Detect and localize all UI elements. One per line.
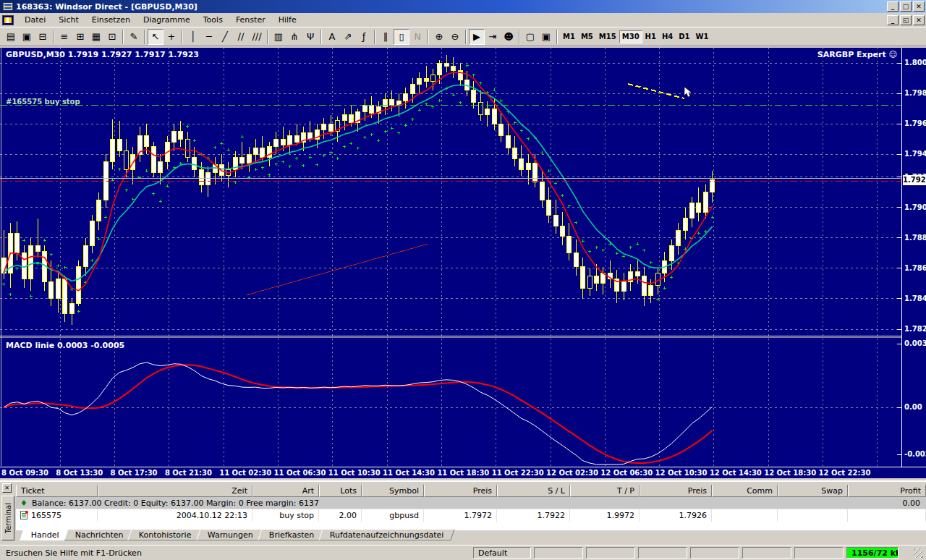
terminal-side-tab[interactable]: Terminal — [1, 496, 14, 540]
order-cell: 2004.10.12 22:13 — [98, 509, 252, 522]
time-axis-label: 11 Oct 02:30 — [219, 469, 271, 477]
price-chart-canvas[interactable] — [0, 48, 901, 467]
chart-shift-button[interactable]: ⇥ — [485, 29, 501, 45]
maximize-button[interactable]: □ — [900, 1, 912, 12]
resize-grip[interactable] — [914, 548, 923, 558]
child-minimize-button[interactable]: _ — [887, 15, 899, 25]
crosshair-button[interactable]: + — [163, 29, 179, 45]
column-header-ticket[interactable]: Ticket — [16, 485, 98, 497]
terminal-tab-warnungen[interactable]: Warnungen — [196, 529, 264, 540]
menu-fenster[interactable]: Fenster — [229, 14, 272, 26]
timeframe-m5-button[interactable]: M5 — [578, 30, 596, 43]
timeframe-h4-button[interactable]: H4 — [659, 30, 676, 43]
status-cell — [794, 547, 844, 559]
navigator-button[interactable]: ▦ — [88, 29, 104, 45]
fibonacci-button[interactable]: ∕∕∕ — [249, 29, 265, 45]
terminal-tab-kontohistorie[interactable]: Kontohistorie — [128, 529, 203, 540]
menu-sicht[interactable]: Sicht — [52, 14, 85, 26]
time-axis-label: 11 Oct 10:30 — [328, 469, 381, 477]
zoom-in-button[interactable]: ⊕ — [431, 29, 447, 45]
column-header-preis[interactable]: Preis — [640, 485, 712, 497]
time-axis-label: 11 Oct 06:30 — [274, 469, 326, 477]
menu-einsetzen[interactable]: Einsetzen — [85, 14, 137, 26]
line-chart-button[interactable]: Ν — [409, 29, 425, 45]
time-axis-label: 12 Oct 10:30 — [655, 469, 708, 477]
column-header-sl[interactable]: S / L — [497, 485, 570, 497]
text-label-button[interactable]: A — [324, 29, 340, 45]
order-cell: 1.9972 — [570, 509, 640, 522]
menu-tools[interactable]: Tools — [197, 14, 229, 26]
balance-profit: 0.00 — [903, 499, 921, 508]
candlestick-chart-button[interactable]: ▯ — [394, 29, 409, 45]
timeframe-m15-button[interactable]: M15 — [596, 30, 619, 43]
time-axis-label: 11 Oct 14:30 — [383, 469, 435, 477]
price-axis-label: 1.7980 — [904, 89, 926, 97]
pitchfork-button[interactable]: ⋔ — [286, 29, 302, 45]
child-restore-button[interactable]: ◱ — [900, 15, 912, 25]
timeframe-h1-button[interactable]: H1 — [642, 30, 659, 43]
cycle-lines-button[interactable]: Ψ — [302, 29, 318, 45]
arrow-tools-button[interactable]: ⇗ — [340, 29, 356, 45]
timeframe-m1-button[interactable]: M1 — [560, 30, 578, 43]
fibo-grid-button[interactable]: ▥ — [271, 29, 286, 45]
menu-hilfe[interactable]: Hilfe — [272, 14, 303, 26]
new-chart-button[interactable]: ▤ — [3, 29, 19, 45]
new-order-button[interactable]: ✎ — [126, 29, 142, 45]
data-window-button[interactable]: ⊞ — [72, 29, 88, 45]
price-axis-label: 1.7865 — [904, 264, 926, 272]
trendline-button[interactable]: ╱ — [217, 29, 233, 45]
column-header-tp[interactable]: T / P — [570, 485, 640, 497]
timeframe-d1-button[interactable]: D1 — [676, 30, 692, 43]
minimize-button[interactable]: _ — [887, 1, 899, 12]
chart-area[interactable]: GBPUSD,M30 1.7919 1.7927 1.7917 1.7923 S… — [0, 48, 926, 478]
balance-row[interactable]: ♦Balance: 6137.00 Credit: 0 Equity: 6137… — [16, 497, 926, 509]
status-cell — [690, 547, 739, 559]
terminal-tab-rufdatenaufzeichnungsdatei[interactable]: Rufdatenaufzeichnungsdatei — [319, 529, 456, 540]
expert-advisor-button[interactable]: ☻ — [501, 29, 517, 45]
cascade-windows-button[interactable]: ▣ — [538, 29, 554, 45]
orders-table: TicketZeitArtLotsSymbolPreisS / LT / PPr… — [16, 485, 926, 530]
auto-scroll-button[interactable]: ▶ — [469, 29, 485, 45]
terminal-close-button[interactable]: ✕ — [2, 483, 12, 493]
column-header-zeit[interactable]: Zeit — [98, 485, 252, 497]
terminal-tab-briefkasten[interactable]: Briefkasten — [258, 529, 326, 540]
column-header-art[interactable]: Art — [252, 485, 319, 497]
chart-window-icon[interactable] — [2, 15, 14, 25]
bar-chart-button[interactable]: ‖ — [378, 29, 394, 45]
macd-indicator-label: MACD linie 0.0003 -0.0005 — [6, 341, 124, 350]
order-row[interactable]: 1655752004.10.12 22:13buy stop2.00gbpusd… — [16, 509, 926, 522]
memory-usage-cell: 1156/72 kb — [846, 547, 899, 559]
title-bar[interactable]: 168363: Windsor Direct - [GBPUSD,M30] _ … — [0, 0, 926, 13]
column-header-symbol[interactable]: Symbol — [362, 485, 424, 497]
indicators-button[interactable]: ƒ — [356, 29, 372, 45]
terminal-tab-handel[interactable]: Handel — [20, 529, 70, 540]
terminal-tab-nachrichten[interactable]: Nachrichten — [64, 529, 135, 540]
column-header-comm[interactable]: Comm — [712, 485, 778, 497]
save-button[interactable]: ▣ — [19, 29, 35, 45]
column-header-lots[interactable]: Lots — [319, 485, 362, 497]
column-header-preis[interactable]: Preis — [424, 485, 497, 497]
timeframe-m30-button[interactable]: M30 — [619, 30, 642, 43]
market-watch-button[interactable]: ≡ — [56, 29, 72, 45]
menu-datei[interactable]: Datei — [18, 14, 52, 26]
menu-diagramme[interactable]: Diagramme — [137, 14, 197, 26]
column-header-swap[interactable]: Swap — [778, 485, 848, 497]
timeframe-w1-button[interactable]: W1 — [693, 30, 712, 43]
time-axis-label: 11 Oct 18:30 — [437, 469, 489, 477]
status-cell — [586, 547, 635, 559]
channel-button[interactable]: ∕∕ — [233, 29, 249, 45]
time-axis-label: 11 Oct 22:30 — [492, 469, 544, 477]
toolbar-separator — [144, 30, 145, 44]
close-button[interactable]: ✕ — [913, 1, 925, 12]
vertical-line-button[interactable]: │ — [185, 29, 201, 45]
tile-windows-button[interactable]: ▢ — [522, 29, 538, 45]
zoom-out-button[interactable]: ⊖ — [447, 29, 463, 45]
terminal-button[interactable]: ⊡ — [104, 29, 120, 45]
column-header-profit[interactable]: Profit — [848, 485, 926, 497]
child-close-button[interactable]: ✕ — [913, 15, 925, 25]
horizontal-line-button[interactable]: ─ — [201, 29, 217, 45]
toolbar-separator — [374, 30, 375, 44]
print-button[interactable]: ⊟ — [35, 29, 51, 45]
cursor-button[interactable]: ↖ — [148, 29, 163, 45]
window-title: 168363: Windsor Direct - [GBPUSD,M30] — [16, 2, 197, 12]
